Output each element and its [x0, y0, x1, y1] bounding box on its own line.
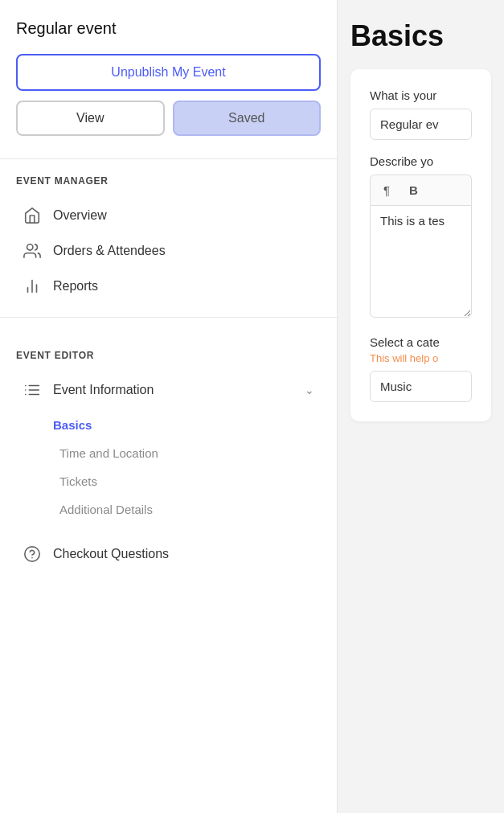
- event-title: Regular event: [16, 19, 321, 38]
- chart-icon: [23, 277, 42, 296]
- question-circle-icon: [23, 544, 42, 564]
- home-icon: [23, 206, 42, 225]
- view-button[interactable]: View: [16, 101, 165, 136]
- chevron-down-icon: ⌄: [305, 384, 314, 396]
- sidebar-item-overview[interactable]: Overview: [16, 198, 321, 233]
- event-editor-subnav: Basics Time and Location Tickets Additio…: [47, 411, 321, 524]
- orders-label: Orders & Attendees: [53, 244, 166, 258]
- subnav-time-location[interactable]: Time and Location: [47, 439, 321, 467]
- action-buttons: View Saved: [16, 101, 321, 136]
- page-title: Basics: [350, 19, 491, 53]
- event-manager-label: EVENT MANAGER: [16, 175, 321, 187]
- main-content: Basics What is your Describe yo ¶ B Sele…: [338, 0, 504, 813]
- subnav-additional-details[interactable]: Additional Details: [47, 495, 321, 524]
- describe-label: Describe yo: [370, 154, 472, 168]
- checkout-questions-label: Checkout Questions: [53, 547, 169, 561]
- event-name-input[interactable]: [370, 109, 472, 140]
- description-editor[interactable]: [370, 205, 472, 318]
- event-name-label: What is your: [370, 88, 472, 102]
- sidebar: Regular event Unpublish My Event View Sa…: [0, 0, 338, 813]
- paragraph-button[interactable]: ¶: [377, 180, 396, 200]
- list-icon: [23, 380, 42, 400]
- category-select[interactable]: Music: [370, 371, 472, 402]
- subnav-tickets[interactable]: Tickets: [47, 467, 321, 495]
- event-editor-label: EVENT EDITOR: [16, 350, 321, 361]
- sidebar-item-checkout[interactable]: Checkout Questions: [16, 536, 321, 572]
- basics-card: What is your Describe yo ¶ B Select a ca…: [350, 69, 491, 421]
- people-icon: [23, 241, 42, 261]
- subnav-basics[interactable]: Basics: [47, 411, 321, 439]
- overview-label: Overview: [53, 208, 107, 223]
- bold-button[interactable]: B: [403, 180, 424, 200]
- event-information-label: Event Information: [53, 383, 293, 397]
- svg-point-0: [27, 244, 33, 250]
- unpublish-button[interactable]: Unpublish My Event: [16, 54, 321, 91]
- editor-toolbar: ¶ B: [370, 175, 472, 205]
- divider-2: [0, 317, 337, 318]
- sidebar-item-orders[interactable]: Orders & Attendees: [16, 233, 321, 269]
- category-label: Select a cate: [370, 335, 472, 349]
- divider-1: [0, 158, 337, 159]
- reports-label: Reports: [53, 279, 98, 294]
- category-hint: This will help o: [370, 352, 472, 364]
- svg-point-10: [25, 547, 39, 561]
- saved-button[interactable]: Saved: [173, 101, 322, 136]
- sidebar-item-reports[interactable]: Reports: [16, 269, 321, 304]
- event-information-row[interactable]: Event Information ⌄: [16, 372, 321, 408]
